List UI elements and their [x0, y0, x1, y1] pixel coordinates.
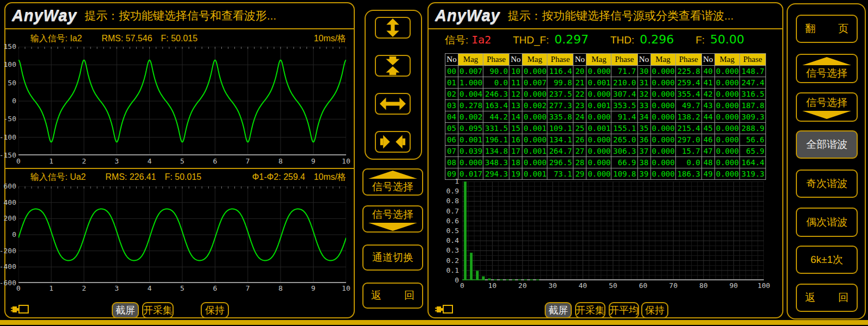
harmonic-mag: 0.000	[714, 77, 739, 89]
compress-horizontal-button[interactable]	[375, 131, 411, 153]
return-button-right[interactable]: 返 回	[796, 284, 858, 312]
freq-value: 50.00	[710, 33, 744, 46]
harmonic-mag: 0.000	[650, 111, 675, 123]
signal-label: 信号:	[445, 33, 468, 47]
triangle-down-icon	[368, 223, 417, 231]
all-harmonics-button[interactable]: 全部谐波	[796, 130, 858, 159]
screenshot-button-right[interactable]: 截屏	[545, 302, 572, 318]
table-row: 030.278163.4130.002277.3230.001353.5330.…	[445, 100, 766, 111]
table-row: 000.00790.0100.000116.4200.00071.7300.00…	[445, 66, 766, 77]
usb-icon	[11, 303, 29, 315]
thdf-value: 0.297	[554, 33, 589, 46]
harmonic-mag: 0.007	[522, 77, 547, 89]
harmonic-mag: 0.000	[522, 66, 547, 77]
start-acquisition-button-right[interactable]: 开采集	[575, 302, 605, 318]
table-header-phase: Phase	[739, 54, 765, 66]
harmonic-no: 03	[445, 100, 458, 111]
table-header-phase: Phase	[611, 54, 637, 66]
harmonic-phase: 49.7	[675, 100, 701, 111]
harmonic-phase: 277.3	[547, 100, 573, 111]
expand-horizontal-icon	[379, 95, 406, 112]
table-row: 020.004246.3120.000237.5220.000307.4320.…	[445, 89, 766, 100]
scope1-plot	[18, 47, 346, 155]
harmonic-mag: 0.000	[714, 89, 739, 100]
scope2-freq: F: 50.015	[165, 172, 202, 182]
signal-select-down-button-right[interactable]: 信号选择	[796, 92, 858, 122]
odd-harmonics-button[interactable]: 奇次谐波	[796, 170, 858, 198]
harmonic-phase: 65.9	[739, 146, 765, 157]
signal-select-down-button[interactable]: 信号选择	[362, 205, 423, 233]
harmonic-phase: 90.0	[483, 66, 509, 77]
harmonic-no: 30	[637, 66, 650, 77]
freq-label: F:	[695, 34, 705, 46]
spectrum-x-axis: 0102030405060708090100	[462, 281, 764, 290]
harmonic-no: 19	[509, 168, 522, 180]
harmonic-no: 41	[701, 77, 714, 89]
harmonics-table: NoMagPhaseNoMagPhaseNoMagPhaseNoMagPhase…	[445, 53, 766, 180]
signal-select-down-label-right: 信号选择	[806, 96, 847, 110]
harmonic-no: 25	[573, 123, 586, 134]
harmonic-mag: 0.278	[458, 100, 483, 111]
harmonic-mag: 0.000	[586, 146, 611, 157]
scope1-rms: RMS: 57.546	[101, 34, 152, 43]
harmonic-mag: 0.000	[586, 111, 611, 123]
harmonic-no: 46	[701, 134, 714, 146]
harmonic-phase: 15.7	[675, 146, 701, 157]
harmonic-mag: 0.000	[714, 100, 739, 111]
start-averaging-button[interactable]: 开平均	[609, 302, 639, 318]
hold-button[interactable]: 保持	[201, 302, 229, 318]
harmonic-no: 34	[637, 111, 650, 123]
expand-vertical-button[interactable]	[375, 17, 411, 39]
start-acquisition-button[interactable]: 开采集	[142, 302, 174, 318]
harmonic-mag: 0.000	[650, 123, 675, 134]
harmonic-no: 07	[445, 146, 458, 157]
harmonic-phase: 210.0	[611, 77, 637, 89]
compress-vertical-button[interactable]	[375, 55, 411, 77]
expand-horizontal-button[interactable]	[375, 93, 411, 115]
harmonic-mag: 0.000	[586, 168, 611, 180]
6k-plus-minus-1-button[interactable]: 6k±1次	[796, 246, 858, 274]
harmonic-phase: 66.9	[611, 157, 637, 168]
hold-button-right[interactable]: 保持	[641, 302, 668, 318]
harmonic-phase: 186.3	[675, 168, 701, 180]
harmonic-no: 29	[573, 168, 586, 180]
table-row: 080.000348.3180.000296.5280.00066.9380.0…	[445, 157, 766, 168]
harmonic-mag: 0.000	[650, 168, 675, 180]
harmonic-no: 11	[509, 77, 522, 89]
signal-select-up-button-right[interactable]: 信号选择	[796, 54, 858, 83]
harmonic-mag: 0.017	[458, 168, 483, 180]
scope2-rms: RMS: 226.41	[105, 172, 156, 182]
harmonic-mag: 0.000	[650, 100, 675, 111]
harmonic-mag: 0.001	[522, 168, 547, 180]
harmonic-phase: 355.4	[675, 89, 701, 100]
screenshot-button[interactable]: 截屏	[112, 302, 139, 318]
harmonic-no: 47	[701, 146, 714, 157]
scope2-timebase: 10ms/格	[314, 172, 348, 183]
harmonic-mag: 0.001	[458, 134, 483, 146]
harmonic-no: 05	[445, 123, 458, 134]
harmonic-no: 14	[509, 111, 522, 123]
harmonic-phase: 148.7	[739, 66, 765, 77]
harmonic-phase: 225.8	[675, 66, 701, 77]
harmonic-phase: 265.0	[611, 134, 637, 146]
harmonic-no: 20	[573, 66, 586, 77]
harmonic-mag: 0.000	[714, 66, 739, 77]
signal-select-up-button[interactable]: 信号选择	[362, 168, 423, 196]
harmonic-mag: 0.000	[522, 89, 547, 100]
table-header-no: No	[509, 54, 522, 66]
harmonic-no: 33	[637, 100, 650, 111]
harmonic-phase: 163.4	[483, 100, 509, 111]
harmonic-mag: 0.000	[458, 157, 483, 168]
harmonic-phase: 309.3	[739, 111, 765, 123]
channel-switch-button[interactable]: 通道切换	[362, 244, 423, 271]
compress-vertical-icon	[380, 56, 406, 76]
harmonic-mag: 0.001	[522, 123, 547, 134]
harmonic-phase: 44.2	[483, 111, 509, 123]
even-harmonics-button[interactable]: 偶次谐波	[796, 208, 858, 237]
harmonic-phase: 306.3	[611, 146, 637, 157]
harmonic-phase: 73.1	[547, 168, 573, 180]
return-button-left[interactable]: 返 回	[362, 283, 423, 309]
harmonic-no: 40	[701, 66, 714, 77]
table-header-mag: Mag	[714, 54, 739, 66]
page-flip-button[interactable]: 翻 页	[796, 15, 858, 43]
